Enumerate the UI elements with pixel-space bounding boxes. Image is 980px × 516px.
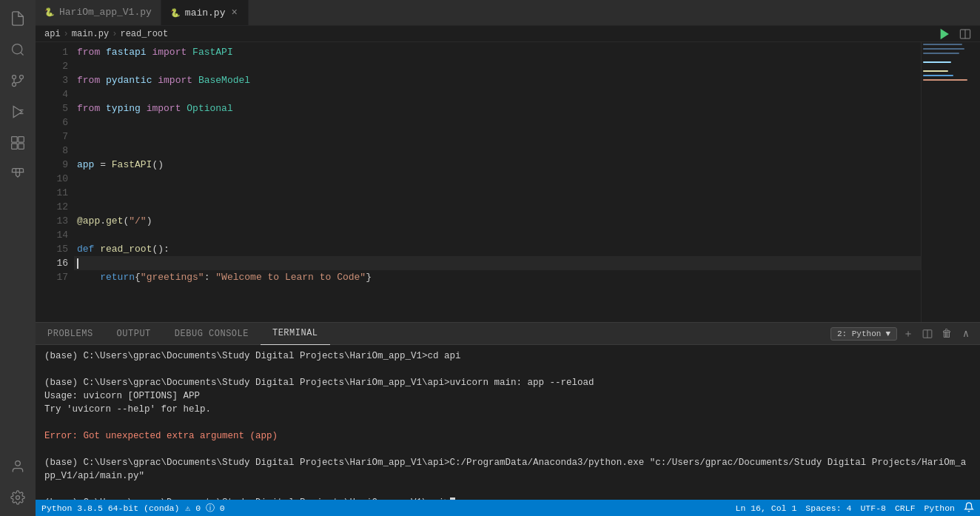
editor-terminal: 1 2 3 4 5 6 7 8 9 10 11 12 13 14 15 16 1… xyxy=(36,42,980,516)
code-line-9: app = FastAPI() xyxy=(74,158,921,172)
run-debug-icon[interactable] xyxy=(5,99,30,124)
code-line-1: from fastapi import FastAPI xyxy=(74,45,921,59)
code-line-12 xyxy=(74,200,921,214)
split-editor-button[interactable] xyxy=(956,26,974,42)
breadcrumb-sep-1: › xyxy=(64,29,69,39)
status-encoding[interactable]: UTF-8 xyxy=(860,503,886,513)
status-spaces[interactable]: Spaces: 4 xyxy=(805,503,851,513)
status-line-ending[interactable]: CRLF xyxy=(895,503,916,513)
files-icon[interactable] xyxy=(5,6,30,31)
editor-area: 1 2 3 4 5 6 7 8 9 10 11 12 13 14 15 16 1… xyxy=(36,42,980,322)
ln-17: 17 xyxy=(36,270,68,284)
tab-icon-hariom: 🐍 xyxy=(44,7,55,17)
ln-13: 13 xyxy=(36,214,68,228)
terminal-line-3: (base) C:\Users\gprac\Documents\Study Di… xyxy=(44,376,971,389)
ln-14: 14 xyxy=(36,228,68,242)
breadcrumb-api[interactable]: api xyxy=(44,29,61,39)
tab-icon-main: 🐍 xyxy=(170,8,181,18)
code-line-17: return{"greetings": "Welcome to Learn to… xyxy=(74,270,921,284)
svg-point-2 xyxy=(13,83,16,87)
run-button[interactable] xyxy=(936,26,953,42)
tab-label-main: main.py xyxy=(185,7,226,19)
activity-bar xyxy=(0,0,36,516)
close-panel-button[interactable]: ∧ xyxy=(958,326,974,342)
code-line-14 xyxy=(74,228,921,242)
panel-tabs: PROBLEMS OUTPUT DEBUG CONSOLE TERMINAL 2… xyxy=(36,323,980,345)
status-right: Ln 16, Col 1 Spaces: 4 UTF-8 CRLF Python xyxy=(736,502,975,515)
svg-line-1 xyxy=(21,53,24,56)
add-terminal-button[interactable]: ＋ xyxy=(900,326,916,342)
breadcrumb-mainpy[interactable]: main.py xyxy=(72,29,109,39)
breadcrumb: api › main.py › read_root xyxy=(36,26,980,42)
svg-point-4 xyxy=(20,76,24,79)
code-line-13: @app.get("/") xyxy=(74,214,921,228)
breadcrumb-readroot[interactable]: read_root xyxy=(120,29,168,39)
code-line-10 xyxy=(74,172,921,186)
status-errors-warnings[interactable]: ⚠ 0 ⓘ 0 xyxy=(185,503,224,514)
ln-16: 16 xyxy=(36,256,68,270)
activity-bar-bottom xyxy=(5,454,30,510)
status-language[interactable]: Python xyxy=(924,503,955,513)
tab-bar: 🐍 HariOm_app_V1.py 🐍 main.py × xyxy=(36,0,980,26)
code-line-11 xyxy=(74,186,921,200)
split-terminal-button[interactable] xyxy=(919,326,936,342)
svg-marker-5 xyxy=(13,107,22,118)
search-icon[interactable] xyxy=(5,37,30,62)
extensions-icon[interactable] xyxy=(5,130,30,155)
settings-icon[interactable] xyxy=(5,485,30,510)
minimap-content xyxy=(922,42,980,82)
code-line-5: from typing import Optional xyxy=(74,101,921,115)
code-line-16 xyxy=(74,256,921,270)
tab-debug-console[interactable]: DEBUG CONSOLE xyxy=(163,323,261,345)
svg-point-0 xyxy=(13,44,22,54)
terminal-line-7: Error: Got unexpected extra argument (ap… xyxy=(44,429,971,443)
ln-7: 7 xyxy=(36,130,68,144)
account-icon[interactable] xyxy=(5,454,30,479)
line-numbers: 1 2 3 4 5 6 7 8 9 10 11 12 13 14 15 16 1… xyxy=(36,42,74,322)
tab-label-hariom: HariOm_app_V1.py xyxy=(59,7,152,18)
terminal-dropdown[interactable]: 2: Python ▼ xyxy=(830,327,897,341)
tab-close-main[interactable]: × xyxy=(229,5,238,20)
code-line-15: def read_root(): xyxy=(74,242,921,256)
delete-terminal-button[interactable]: 🗑 xyxy=(939,326,955,342)
svg-rect-9 xyxy=(19,137,24,143)
terminal-line-9: (base) C:\Users\gprac\Documents\Study Di… xyxy=(44,456,971,483)
terminal-line-8 xyxy=(44,443,971,456)
ln-8: 8 xyxy=(36,144,68,158)
test-icon[interactable] xyxy=(5,161,30,187)
main-container: 🐍 HariOm_app_V1.py 🐍 main.py × api › mai… xyxy=(36,0,980,516)
tab-output[interactable]: OUTPUT xyxy=(105,323,163,345)
tab-hariom[interactable]: 🐍 HariOm_app_V1.py xyxy=(36,0,161,25)
status-left: Python 3.8.5 64-bit (conda) ⚠ 0 ⓘ 0 xyxy=(41,503,225,514)
status-cursor-position[interactable]: Ln 16, Col 1 xyxy=(736,503,797,513)
ln-6: 6 xyxy=(36,115,68,130)
terminal-line-6 xyxy=(44,416,971,429)
terminal-content: (base) C:\Users\gprac\Documents\Study Di… xyxy=(36,345,980,500)
ln-3: 3 xyxy=(36,73,68,87)
svg-point-13 xyxy=(16,496,20,500)
ln-10: 10 xyxy=(36,172,68,186)
ln-11: 11 xyxy=(36,186,68,200)
svg-rect-10 xyxy=(12,144,18,150)
svg-marker-14 xyxy=(941,30,947,38)
code-content[interactable]: from fastapi import FastAPI from pydanti… xyxy=(74,42,921,322)
ln-15: 15 xyxy=(36,242,68,256)
ln-9: 9 xyxy=(36,158,68,172)
tab-main[interactable]: 🐍 main.py × xyxy=(161,0,249,25)
terminal-line-2 xyxy=(44,363,971,376)
svg-rect-11 xyxy=(19,144,24,150)
code-line-8 xyxy=(74,144,921,158)
status-bar: Python 3.8.5 64-bit (conda) ⚠ 0 ⓘ 0 Ln 1… xyxy=(36,500,980,516)
panel-tab-actions: 2: Python ▼ ＋ 🗑 ∧ xyxy=(830,326,980,342)
code-line-4 xyxy=(74,87,921,101)
tab-terminal[interactable]: TERMINAL xyxy=(261,323,330,345)
source-control-icon[interactable] xyxy=(5,68,30,93)
code-line-2 xyxy=(74,59,921,73)
status-python-version[interactable]: Python 3.8.5 64-bit (conda) xyxy=(41,503,179,513)
code-line-6 xyxy=(74,115,921,130)
tab-problems[interactable]: PROBLEMS xyxy=(36,323,105,345)
ln-4: 4 xyxy=(36,87,68,101)
minimap xyxy=(921,42,980,322)
terminal-line-4: Usage: uvicorn [OPTIONS] APP xyxy=(44,389,971,403)
status-notifications-icon[interactable] xyxy=(964,502,974,515)
